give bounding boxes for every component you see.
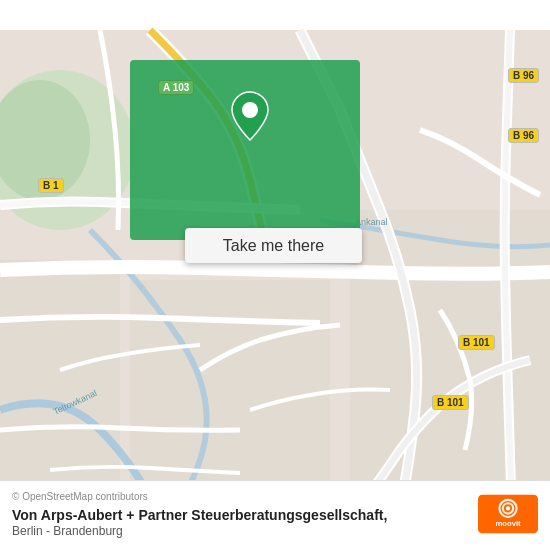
moovit-icon: moovit bbox=[478, 494, 538, 534]
place-name: Von Arps-Aubert + Partner Steuerberatung… bbox=[12, 506, 468, 524]
road-badge-b96-top: B 96 bbox=[508, 68, 539, 83]
bottom-info-panel: © OpenStreetMap contributors Von Arps-Au… bbox=[0, 480, 550, 550]
take-me-there-button[interactable]: Take me there bbox=[185, 228, 362, 263]
svg-point-8 bbox=[242, 102, 258, 118]
bottom-left-content: © OpenStreetMap contributors Von Arps-Au… bbox=[12, 491, 468, 538]
road-badge-b96-mid: B 96 bbox=[508, 128, 539, 143]
location-pin bbox=[228, 90, 272, 142]
map-container: Teltowkanal Ankanal Take me there A 103 … bbox=[0, 0, 550, 550]
road-badge-b1: B 1 bbox=[38, 178, 64, 193]
road-badge-b101-bot: B 101 bbox=[432, 395, 469, 410]
road-badge-a103: A 103 bbox=[158, 80, 194, 95]
svg-point-12 bbox=[506, 507, 510, 511]
copyright-text: © OpenStreetMap contributors bbox=[12, 491, 468, 502]
road-badge-b101-top: B 101 bbox=[458, 335, 495, 350]
svg-text:moovit: moovit bbox=[495, 520, 521, 529]
moovit-logo: moovit bbox=[478, 494, 538, 534]
place-subtitle: Berlin - Brandenburg bbox=[12, 524, 468, 538]
